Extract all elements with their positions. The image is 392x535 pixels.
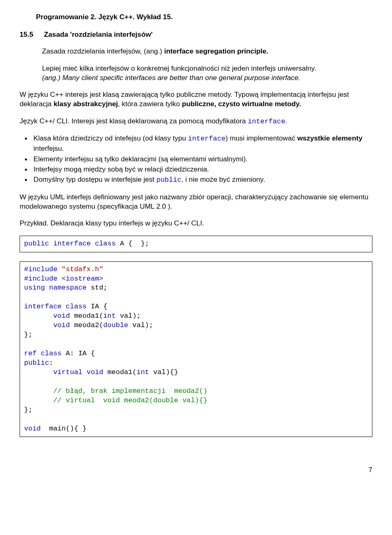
lang-line: Język C++/ CLI. Interejs jest klasą dekl… <box>20 116 372 127</box>
c2-l6b: meoda2( <box>70 321 103 329</box>
c2-l11: // błąd, brak implementacji meoda2() <box>24 387 207 395</box>
c2-l5d: val); <box>116 312 140 320</box>
c2-l8a: ref <box>24 350 37 357</box>
b1-e: interfejsu. <box>33 144 64 152</box>
lang-a: Język C++/ CLI. Interejs jest klasą dekl… <box>20 117 248 125</box>
lang-code: interface <box>248 118 285 125</box>
c2-l13: }; <box>24 406 32 414</box>
b1-code: interface <box>188 135 225 143</box>
b4-code: public <box>156 176 181 184</box>
definition-prefix: Zasada rozdzielania interfejsów, (ang.) <box>42 47 162 55</box>
c2-l7: }; <box>24 331 32 339</box>
c2-l6d: val); <box>128 321 153 329</box>
c2-l9a: public <box>24 359 49 367</box>
c2-l4b: class <box>62 303 87 310</box>
c2-l8b: class <box>37 350 62 357</box>
b1-c: ) musi implementować <box>225 134 297 142</box>
c1-l1d: A { }; <box>116 240 149 247</box>
c2-blank2 <box>24 340 28 348</box>
c2-blank3 <box>24 378 28 386</box>
c1-l1c: class <box>91 240 116 247</box>
c2-l4a: interface <box>24 303 62 310</box>
c2-blank4 <box>24 415 28 423</box>
quote-eng-prefix: (ang.) <box>42 74 62 82</box>
c2-l3b: namespace <box>45 284 87 292</box>
c2-l10a: virtual <box>24 368 82 376</box>
bullet-item-4: Domyślny typ dostępu w interfejsie jest … <box>32 175 372 185</box>
page-header: Programowanie 2. Język C++. Wykład 15. <box>36 12 372 22</box>
c2-l10e: val){} <box>149 368 178 376</box>
section-heading: 15.5 Zasada 'rozdzielania interfejsów' <box>20 30 372 39</box>
b4-a: Domyślny typ dostępu w interfejsie jest <box>33 175 156 183</box>
quote-eng: Many client specific interfaces are bett… <box>62 74 301 82</box>
bullet-item-3: Interfejsy mogą między sobą być w relacj… <box>32 165 372 174</box>
c2-l9b: : <box>49 359 53 367</box>
c2-l8c: A: IA { <box>62 350 95 357</box>
c2-l1a: #include <box>24 265 58 273</box>
section-title: Zasada 'rozdzielania interfejsów' <box>44 30 153 38</box>
definition-line: Zasada rozdzielania interfejsów, (ang.) … <box>42 47 372 56</box>
section-number: 15.5 <box>20 30 42 39</box>
code-box-1: public interface class A { }; <box>20 236 372 252</box>
page-number: 7 <box>20 466 372 475</box>
quote-text: Lepiej mieć kilka interfejsów o konkretn… <box>42 64 316 72</box>
c2-l5c: int <box>103 312 116 320</box>
b1-d: wszystkie elementy <box>297 134 363 142</box>
c2-l5a: void <box>24 312 70 320</box>
code-box-2: #include "stdafx.h" #include <iostream> … <box>20 261 372 437</box>
c2-l5b: meoda1( <box>70 312 103 320</box>
c2-l10c: meoda1( <box>103 368 137 376</box>
c2-l2b: <iostream> <box>58 275 103 283</box>
b4-c: , i nie może być zmieniony. <box>181 175 265 183</box>
c2-blank1 <box>24 293 28 301</box>
c1-l1b: interface <box>49 240 91 247</box>
c2-l2a: #include <box>24 275 58 283</box>
c2-l3a: using <box>24 284 45 292</box>
bullet-item-2: Elementy interfejsu są tylko deklaracjmi… <box>32 154 372 164</box>
c2-l6a: void <box>24 321 70 329</box>
lang-c: . <box>285 117 287 125</box>
c2-l4c: IA { <box>87 303 107 310</box>
definition-term: interface segregation principle. <box>164 47 268 55</box>
p1-d: publiczne, czysto wirtualne metody. <box>182 100 301 108</box>
c2-l14b: main(){ } <box>41 425 87 432</box>
c2-l10d: int <box>136 368 149 376</box>
c1-l1a: public <box>24 240 49 247</box>
bullet-item-1: Klasa która dziedziczy od intefejsu (od … <box>32 134 372 153</box>
paragraph-1: W języku C++ interejs jest klasą zawiera… <box>20 90 372 109</box>
b1-a: Klasa która dziedziczy od intefejsu (od … <box>33 134 188 142</box>
c2-l6c: double <box>103 321 128 329</box>
p1-b: klasy abstrakcyjnej <box>53 100 118 108</box>
p1-c: , która zawiera tylko <box>118 100 182 108</box>
example-label: Przykład. Deklaracja klasy typu interfej… <box>20 218 372 228</box>
bullet-list: Klasa która dziedziczy od intefejsu (od … <box>32 134 372 185</box>
c2-l1b: "stdafx.h" <box>58 265 103 273</box>
c2-l10b: void <box>82 368 103 376</box>
c2-l14a: void <box>24 425 41 432</box>
c2-l3c: std; <box>87 284 107 292</box>
uml-paragraph: W języku UML interfejs definiowany jest … <box>20 192 372 211</box>
c2-l12: // virtual void meoda2(double val){} <box>24 397 207 404</box>
principle-quote: Lepiej mieć kilka interfejsów o konkretn… <box>42 64 372 82</box>
